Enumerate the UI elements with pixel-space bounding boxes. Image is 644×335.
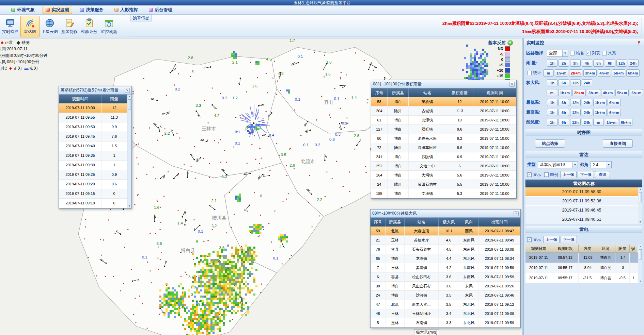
radar-elev-select[interactable]: 2.4 ▼: [591, 161, 612, 168]
panel-titlebar[interactable]: 08时~10时00分钟累积雨量 ✕: [371, 80, 516, 88]
range-button-3h[interactable]: 3h: [570, 60, 581, 67]
table-row[interactable]: 38博白凤山立石村3.6东风2019-07-11 09:26: [371, 282, 520, 291]
column-header[interactable]: 站名: [405, 218, 439, 227]
prev-image-button[interactable]: 上一张: [543, 236, 560, 243]
table-row[interactable]: 5玉林石南镇3.3东北风2019-07-11 09:59: [371, 318, 520, 328]
scroll-thumb[interactable]: [128, 99, 131, 110]
range-button-1h[interactable]: 1h: [547, 109, 557, 116]
range-button-6h+m[interactable]: 6h+m: [626, 69, 640, 77]
table-row[interactable]: 21玉林苏烟水库4.6东南风2019-07-11 09:49: [371, 236, 520, 245]
checkbox-box[interactable]: [544, 172, 549, 177]
column-header[interactable]: 陡度: [615, 245, 630, 253]
range-button-24h[interactable]: 24h: [582, 119, 592, 126]
range-button-12h[interactable]: 12h: [616, 60, 627, 67]
checkbox-box[interactable]: ✓: [586, 51, 591, 55]
table-row[interactable]: 80博白老虎头水库9.22019-07-11 10:00: [371, 134, 516, 143]
table-row[interactable]: 252博白文地一中62019-07-11 10:00: [371, 162, 516, 171]
range-button-12h[interactable]: 12h: [570, 109, 581, 116]
checkbox-显示[interactable]: ✓显示: [527, 172, 541, 178]
range-button-1h[interactable]: 1h: [547, 119, 557, 126]
table-row[interactable]: 72陆川良田车田村8.62019-07-11 10:00: [371, 143, 516, 152]
range-button-1h[interactable]: 1h: [547, 99, 557, 106]
range-button-24h[interactable]: 24h: [582, 109, 592, 116]
close-icon[interactable]: ✕: [514, 211, 519, 216]
column-header[interactable]: 序号: [371, 218, 386, 227]
table-row[interactable]: 47北流新丰大罗…3.5东北风2019-07-11 09:12: [371, 300, 520, 309]
table-row[interactable]: 59北流大容山顶10.1西风2019-07-11 08:47: [371, 227, 520, 236]
table-row[interactable]: 58博白英桥镇122019-07-11 10:00: [371, 97, 516, 106]
range-button-m[interactable]: m: [543, 69, 554, 77]
range-button-24h[interactable]: 24h: [582, 99, 592, 106]
table-row[interactable]: 204陆川古城镇11.32019-07-11 10:00: [371, 106, 516, 116]
table-row[interactable]: 2019-07-1109:57:13-11.03博白县-1.4: [525, 253, 638, 263]
column-header[interactable]: 风向: [459, 218, 479, 227]
table-row[interactable]: 2019-07-11 09:351: [59, 151, 127, 161]
table-row[interactable]: 76容县石头石剑村4.5东南风2019-07-11 08:08: [371, 245, 520, 254]
scroll-up-icon[interactable]: ▲: [639, 245, 642, 249]
scroll-thumb[interactable]: [639, 192, 642, 202]
map-area[interactable]: 1.72.12.81.60.11.604.50.23.30.21.20.10.1…: [0, 38, 522, 335]
table-row[interactable]: 65博白龙潭镇4.4东北风2019-07-11 08:34: [371, 254, 520, 263]
table-row[interactable]: 2019-07-11 09:200.6: [59, 180, 127, 189]
radar-image-item[interactable]: 2019-07-11 09:58:30: [525, 187, 638, 197]
table-row[interactable]: 2019-07-11 09:509.9: [59, 122, 127, 132]
range-button-1h+m[interactable]: 1h+m: [555, 69, 568, 77]
checkbox-box[interactable]: ✓: [527, 172, 532, 177]
column-header[interactable]: 误: [630, 245, 637, 253]
range-button-24h[interactable]: 24h: [628, 60, 639, 67]
range-button-2h+m[interactable]: 2h+m: [572, 89, 586, 96]
column-header[interactable]: 站名: [409, 88, 446, 97]
range-button-3h+m[interactable]: 3h+m: [587, 89, 600, 96]
panel-titlebar[interactable]: 英桥镇(N5702)逐5分钟累计雨量 ✕: [59, 86, 131, 95]
checkbox-图例[interactable]: 图例: [544, 172, 558, 178]
toolbar-button-监控刷新[interactable]: 监控刷新: [99, 16, 119, 37]
toolbar-button-卫星云图[interactable]: 卫星云图: [40, 16, 59, 37]
range-button-6h[interactable]: 6h: [559, 79, 569, 86]
column-header[interactable]: 观测日期: [525, 245, 552, 253]
column-header[interactable]: 序号: [371, 88, 388, 97]
column-header[interactable]: 累积雨量: [446, 88, 473, 97]
table-row[interactable]: 2019-07-1109:55:17-8.04博白县-3: [525, 263, 638, 273]
column-header[interactable]: 观测时间: [59, 95, 102, 103]
radar-image-item[interactable]: 2019-07-11 09:40:51: [525, 215, 638, 224]
range-button-6h[interactable]: 6h: [559, 119, 569, 126]
range-button-24h[interactable]: 24h: [582, 79, 592, 86]
table-row[interactable]: 2019-07-11 09:150: [59, 189, 127, 199]
add-icon[interactable]: +: [507, 40, 513, 46]
range-button-m[interactable]: m: [593, 119, 604, 126]
table-row[interactable]: 2019-07-11 09:301: [59, 161, 127, 170]
table-row[interactable]: 164博白大垌镇5.62019-07-11 10:00: [371, 171, 516, 180]
range-button-1h[interactable]: 1h: [547, 60, 557, 67]
range-button-6h+m[interactable]: 6h+m: [608, 99, 621, 106]
range-button-1h+m[interactable]: 1h+m: [593, 99, 607, 106]
column-header[interactable]: 观测时间: [473, 88, 516, 97]
range-button-6h[interactable]: 6h: [605, 60, 615, 67]
station-select-button[interactable]: 站点选择: [535, 139, 565, 148]
range-button-12h[interactable]: 12h: [570, 79, 581, 86]
table-row[interactable]: 2019-07-11 10:0012: [59, 103, 127, 113]
scroll-down-icon[interactable]: ▼: [128, 204, 131, 208]
query-button[interactable]: 查询: [595, 171, 610, 178]
table-row[interactable]: 2019-07-11 09:5511.3: [59, 113, 127, 122]
table-row[interactable]: 24陆川良田石垌村5.52019-07-11 10:00: [371, 180, 516, 189]
range-button-12h[interactable]: 12h: [570, 119, 581, 126]
column-header[interactable]: 观测时次: [552, 245, 579, 253]
scrollbar[interactable]: ▲ ▼: [638, 187, 642, 224]
checkbox-box[interactable]: [570, 51, 575, 55]
column-header[interactable]: 出现时间: [479, 218, 520, 227]
table-row[interactable]: 241博白沙陂镇6.92019-07-11 10:00: [371, 152, 516, 162]
radar-image-item[interactable]: 2019-07-11 09:46:45: [525, 206, 638, 215]
column-header[interactable]: 区县: [596, 245, 615, 253]
column-header[interactable]: 强度: [579, 245, 596, 253]
pin-icon[interactable]: [637, 40, 641, 45]
range-button-5h+m[interactable]: 5h+m: [612, 69, 625, 77]
range-button-2h[interactable]: 2h: [559, 60, 569, 67]
table-row[interactable]: 61博白龙潭镇102019-07-11 10:00: [371, 116, 516, 125]
radar-type-select[interactable]: 基本反射率19 ▼: [538, 161, 578, 168]
checkbox-水系[interactable]: 水系: [602, 50, 616, 56]
range-button-2h+m[interactable]: 2h+m: [569, 69, 582, 77]
checkbox-box[interactable]: [527, 71, 532, 75]
range-button-3h+m[interactable]: 3h+m: [583, 69, 597, 77]
table-row[interactable]: 7玉林卖酒镇4.2东南风2019-07-11 09:59: [371, 263, 520, 272]
scroll-up-icon[interactable]: ▲: [128, 95, 131, 99]
